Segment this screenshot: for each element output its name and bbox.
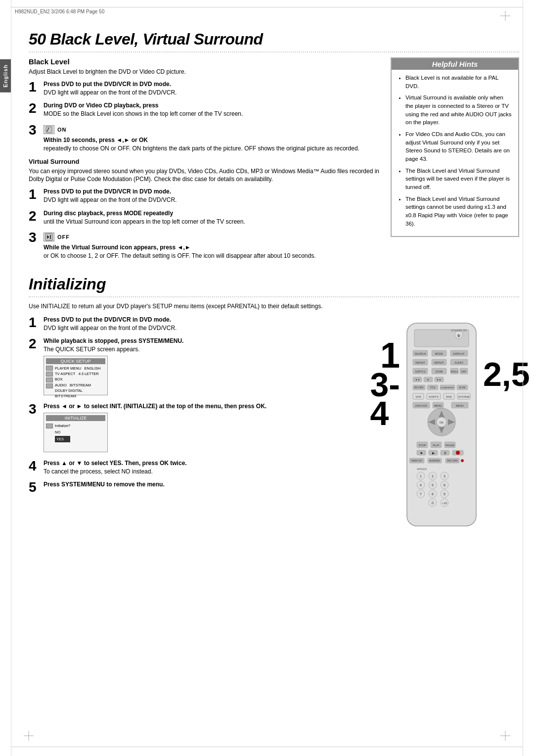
init-step-1: 1 Press DVD to put the DVD/VCR in DVD mo… <box>29 316 371 332</box>
init-step-1-bold: Press DVD to put the DVD/VCR in DVD mode… <box>44 316 171 323</box>
bl-step-2-content: During DVD or Video CD playback, press M… <box>44 101 381 118</box>
svg-text:■: ■ <box>420 451 422 455</box>
vs-step-3-num: 3 <box>29 231 40 244</box>
svg-text:SPEED: SPEED <box>417 468 427 471</box>
bl-step-2-bold: During DVD or Video CD playback, press <box>44 102 159 109</box>
svg-text:⏸: ⏸ <box>443 451 446 455</box>
screen1-row2: TV ASPECT 4:3 LETTER BOX <box>55 371 105 382</box>
bl-step-2-num: 2 <box>29 101 40 115</box>
screen1-row3: AUDIO BITSTREAM <box>55 382 105 388</box>
svg-text:7: 7 <box>420 492 422 496</box>
screen1-icon3 <box>46 378 53 382</box>
init-step-1-content: Press DVD to put the DVD/VCR in DVD mode… <box>44 316 371 332</box>
vs-off-icon: OFF <box>44 233 70 241</box>
svg-text:►: ► <box>427 378 429 381</box>
bl-step-1-num: 1 <box>29 80 40 94</box>
vs-off-label: OFF <box>57 234 70 240</box>
screen1-icons <box>46 366 53 399</box>
svg-text:TITLE: TITLE <box>430 386 436 389</box>
init-step-1-num: 1 <box>29 316 40 330</box>
svg-text:ANGLE: ANGLE <box>450 371 458 373</box>
top-border <box>11 7 523 7</box>
screen1-icon4 <box>46 383 53 388</box>
svg-text:⏻: ⏻ <box>457 334 460 337</box>
vs-step-3-content: OFF While the Virtual Surround icon appe… <box>44 231 381 260</box>
screen1-title: QUICK SETUP <box>46 358 105 364</box>
screen2-row2: NO <box>55 429 70 436</box>
svg-text:STANDBY-ON: STANDBY-ON <box>451 329 467 332</box>
vs-step-2-content: During disc playback, press MODE repeate… <box>44 209 381 226</box>
svg-text:6: 6 <box>444 483 445 487</box>
svg-text:SUBTITLE: SUBTITLE <box>415 371 426 373</box>
bl-step-3-bold: Within 10 seconds, press ◄,► or OK <box>44 137 148 143</box>
page-title: 50 Black Level, Virtual Surround <box>29 30 519 48</box>
remote-with-numbers: 1 3-4 STANDBY <box>381 321 519 530</box>
screen2-row3: YES <box>55 436 70 443</box>
svg-text:DVD: DVD <box>446 395 452 398</box>
init-step-5: 5 Press SYSTEM/MENU to remove the menu. <box>29 480 371 494</box>
init-step-1-normal: DVD light will appear on the front of th… <box>44 324 371 332</box>
vs-step-3: 3 OFF While the Virtual Surround icon ap… <box>29 231 381 260</box>
crosshair-bottom-right <box>500 731 510 742</box>
svg-point-80 <box>456 451 460 455</box>
init-divider <box>29 296 519 297</box>
page-container: H982NUD_EN2 3/2/06 6:48 PM Page 50 Engli… <box>0 0 534 756</box>
svg-text:2: 2 <box>432 474 434 478</box>
svg-text:PLAY: PLAY <box>433 444 440 447</box>
bl-step-3: 3 ON Within 10 seconds, press ◄,► or OK … <box>29 123 381 153</box>
bl-on-label: ON <box>57 127 67 133</box>
svg-text:9: 9 <box>444 492 445 496</box>
step-numbers-left: 1 3-4 <box>370 340 400 428</box>
bl-step-2: 2 During DVD or Video CD playback, press… <box>29 101 381 118</box>
helpful-hints-list: Black Level is not available for a PAL D… <box>398 74 512 228</box>
bl-step-2-normal: MODE so the Black Level icon shows in th… <box>44 110 381 118</box>
svg-text:VCR/TV: VCR/TV <box>429 395 439 398</box>
bl-step-1: 1 Press DVD to put the DVD/VCR in DVD mo… <box>29 80 381 97</box>
screen2-title: INITIALIZE <box>46 415 105 421</box>
pencil-icon <box>44 125 54 134</box>
vs-step-1: 1 Press DVD to put the DVD/VCR in DVD mo… <box>29 188 381 204</box>
right-column: Helpful Hints Black Level is not availab… <box>391 57 519 265</box>
initializing-section: Initializing Use INITIALIZE to return al… <box>29 275 519 530</box>
crosshair-bottom-left <box>24 731 34 742</box>
vs-desc: You can enjoy improved stereo sound when… <box>29 167 381 184</box>
page-header: H982NUD_EN2 3/2/06 6:48 PM Page 50 <box>15 9 519 16</box>
bl-step-1-bold: Press DVD to put the DVD/VCR in DVD mode… <box>44 81 171 88</box>
init-left: 1 Press DVD to put the DVD/VCR in DVD mo… <box>29 316 371 530</box>
bottom-border <box>11 747 523 747</box>
right-border <box>523 0 523 756</box>
svg-text:DISC/VCR: DISC/VCR <box>415 404 427 407</box>
main-content: 50 Black Level, Virtual Surround Black L… <box>29 20 519 530</box>
remote-section: 1 3-4 STANDBY <box>381 316 519 530</box>
black-level-desc: Adjust Black Level to brighten the DVD o… <box>29 68 381 76</box>
bl-step-3-normal: repeatedly to choose ON or OFF. ON brigh… <box>44 144 381 153</box>
svg-text:ZOOM: ZOOM <box>435 370 443 373</box>
vs-step-1-bold: Press DVD to put the DVD/VCR in DVD mode… <box>44 188 171 195</box>
init-step-5-bold: Press SYSTEM/MENU to remove the menu. <box>44 481 165 488</box>
svg-text:TIMER SET: TIMER SET <box>411 460 423 462</box>
init-step-5-num: 5 <box>29 480 40 494</box>
bl-step-1-content: Press DVD to put the DVD/VCR in DVD mode… <box>44 80 381 97</box>
quick-setup-screen: QUICK SETUP PLAYER MEN <box>44 356 108 395</box>
svg-rect-2 <box>46 127 52 133</box>
svg-text:◄◄: ◄◄ <box>415 378 420 381</box>
svg-text:SKIP: SKIP <box>461 371 466 373</box>
init-step-3-bold: Press ◄ or ► to select INIT. (INITIALIZE… <box>44 403 267 410</box>
screen1-options: PLAYER MENU ENGLISH TV ASPECT 4:3 LETTER… <box>55 366 105 399</box>
bl-step-3-num: 3 <box>29 123 40 137</box>
svg-text:3: 3 <box>444 474 445 478</box>
svg-text:1: 1 <box>420 474 422 478</box>
init-step-4-num: 4 <box>29 459 40 473</box>
init-step-2-bold: While playback is stopped, press SYSTEM/… <box>44 337 183 344</box>
hint-item-5: The Black Level and Virtual Surround set… <box>405 195 512 228</box>
vs-step-2: 2 During disc playback, press MODE repea… <box>29 209 381 226</box>
black-level-heading: Black Level <box>29 57 381 66</box>
svg-text:DISPLAY: DISPLAY <box>453 352 465 355</box>
screen1-icon2 <box>46 372 53 377</box>
header-text: H982NUD_EN2 3/2/06 6:48 PM Page 50 <box>15 9 104 14</box>
svg-text:SLOW: SLOW <box>459 386 466 389</box>
vs-step-1-normal: DVD light will appear on the front of th… <box>44 196 381 204</box>
svg-text:MENU: MENU <box>434 404 442 407</box>
screen1-row4: DOLBY DIGITAL BITSTREAM <box>55 388 105 399</box>
hint-item-3: For Video CDs and Audio CDs, you can adj… <box>405 130 512 163</box>
